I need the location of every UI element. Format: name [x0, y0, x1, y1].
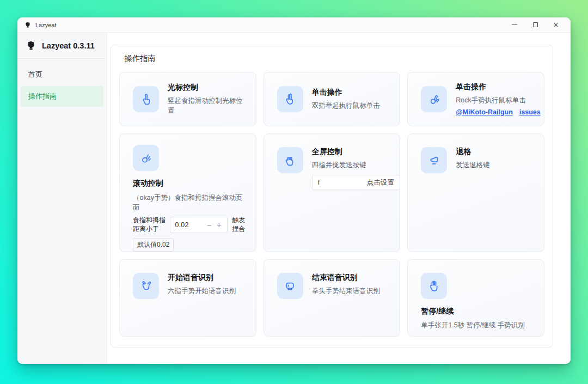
- card-click-two-fingers: 单击操作 双指举起执行鼠标单击: [264, 72, 401, 126]
- card-desc: Rock手势执行鼠标单击: [456, 95, 536, 105]
- card-backspace: 退格 发送退格键: [407, 133, 544, 252]
- decrement-button[interactable]: −: [205, 221, 213, 229]
- rock-gesture-hand-icon: [421, 86, 447, 112]
- sidebar-item-guide[interactable]: 操作指南: [21, 86, 103, 107]
- sidebar-item-label: 首页: [28, 70, 42, 80]
- maximize-icon: [533, 22, 538, 27]
- card-title: 滚动控制: [133, 179, 248, 188]
- lazyeat-logo-icon: [25, 40, 37, 52]
- card-fullscreen-control: 全屏控制 四指并拢发送按键 点击设置: [264, 133, 401, 252]
- sidebar-item-label: 操作指南: [28, 92, 57, 101]
- sidebar: Lazyeat 0.3.11 首页 操作指南: [17, 33, 107, 364]
- minimize-button[interactable]: [504, 19, 525, 32]
- card-pause-continue: 暂停/继续 单手张开1.5秒 暂停/继续 手势识别: [407, 259, 544, 337]
- card-desc: 拳头手势结束语音识别: [312, 286, 380, 296]
- open-palm-hand-icon: [421, 273, 447, 299]
- card-title: 开始语音识别: [168, 273, 236, 283]
- guide-cards-grid: 光标控制 竖起食指滑动控制光标位置 单击操作 双指举起执行鼠标单击: [119, 72, 544, 337]
- card-end-voice-recognition: 结束语音识别 拳头手势结束语音识别: [264, 259, 401, 337]
- two-fingers-hand-icon: [277, 86, 303, 112]
- four-fingers-hand-icon: [277, 147, 303, 173]
- click-to-set-button[interactable]: 点击设置: [367, 178, 394, 187]
- app-window: Lazyeat ✕ Lazyeat 0.3.11 首页 操作指南: [17, 17, 571, 364]
- app-name-version: Lazyeat 0.3.11: [42, 41, 95, 50]
- page-title: 操作指南: [124, 53, 544, 64]
- card-desc: 六指手势开始语音识别: [168, 286, 236, 296]
- six-gesture-hand-icon: [133, 273, 159, 299]
- sidebar-item-home[interactable]: 首页: [21, 64, 103, 85]
- minimize-icon: [512, 25, 517, 25]
- threshold-value-field[interactable]: [175, 221, 203, 229]
- close-button[interactable]: ✕: [546, 19, 566, 32]
- fist-hand-icon: [277, 273, 303, 299]
- threshold-prefix-label: 食指和拇指距离小于: [133, 216, 166, 233]
- card-cursor-control: 光标控制 竖起食指滑动控制光标位置: [119, 72, 256, 126]
- card-desc: 单手张开1.5秒 暂停/继续 手势识别: [421, 320, 534, 330]
- key-value-field[interactable]: [318, 179, 367, 186]
- card-click-rock: 单击操作 Rock手势执行鼠标单击 @MiKoto-Railgun issues: [407, 72, 544, 126]
- titlebar: Lazyeat ✕: [17, 17, 571, 33]
- author-link[interactable]: @MiKoto-Railgun: [456, 108, 513, 116]
- card-desc: 四指并拢发送按键: [312, 160, 393, 170]
- card-title: 结束语音识别: [312, 273, 380, 283]
- send-key-input[interactable]: 点击设置: [312, 175, 400, 190]
- sidebar-menu: 首页 操作指南: [17, 59, 107, 112]
- card-desc: （okay手势）食指和拇指捏合滚动页面: [133, 193, 248, 212]
- main-content: 操作指南 光标控制 竖起食指滑动控制光标位置: [107, 33, 571, 364]
- card-desc: 竖起食指滑动控制光标位置: [168, 96, 248, 115]
- increment-button[interactable]: +: [215, 221, 223, 229]
- default-value-tag: 默认值0.02: [133, 238, 174, 252]
- backspace-hand-icon: [421, 147, 447, 173]
- card-desc: 发送退格键: [456, 160, 490, 170]
- card-desc: 双指举起执行鼠标单击: [312, 101, 380, 111]
- sidebar-header: Lazyeat 0.3.11: [17, 33, 107, 59]
- maximize-button[interactable]: [525, 19, 546, 32]
- card-scroll-control: 滚动控制 （okay手势）食指和拇指捏合滚动页面 食指和拇指距离小于 − + 触…: [119, 133, 256, 252]
- card-start-voice-recognition: 开始语音识别 六指手势开始语音识别: [119, 259, 256, 337]
- card-title: 单击操作: [456, 82, 536, 92]
- threshold-number-input[interactable]: − +: [170, 217, 228, 233]
- issues-link[interactable]: issues: [519, 108, 541, 116]
- card-title: 单击操作: [312, 88, 380, 97]
- card-title: 暂停/继续: [421, 307, 534, 316]
- window-title: Lazyeat: [35, 22, 57, 28]
- okay-gesture-hand-icon: [133, 145, 159, 171]
- app-logo-icon: [24, 21, 32, 29]
- card-title: 光标控制: [168, 83, 248, 93]
- point-up-hand-icon: [133, 86, 159, 112]
- close-icon: ✕: [553, 21, 559, 29]
- card-title: 全屏控制: [312, 147, 393, 157]
- threshold-suffix-label: 触发捏合: [232, 216, 248, 233]
- guide-panel: 操作指南 光标控制 竖起食指滑动控制光标位置: [111, 45, 553, 348]
- card-title: 退格: [456, 147, 490, 157]
